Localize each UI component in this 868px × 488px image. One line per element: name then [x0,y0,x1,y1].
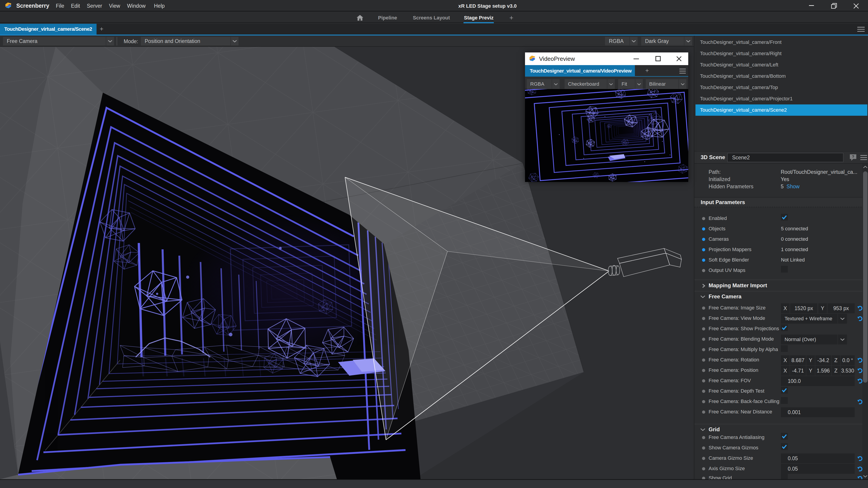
svg-text:?: ? [852,154,855,159]
